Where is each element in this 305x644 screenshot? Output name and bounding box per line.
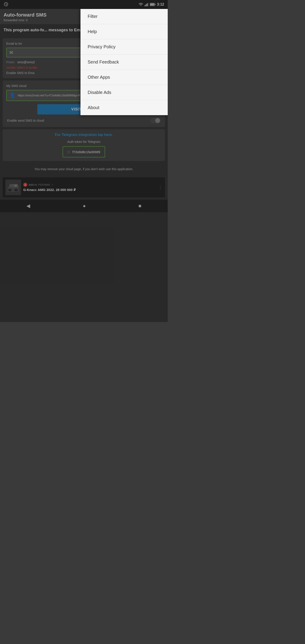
dropdown-menu: FilterHelpPrivacy PolicySend FeedbackOth… bbox=[80, 9, 168, 115]
dropdown-item-other-apps[interactable]: Other Apps bbox=[80, 70, 168, 85]
dropdown-item-disable-ads[interactable]: Disable Ads bbox=[80, 85, 168, 100]
dropdown-item-privacy-policy[interactable]: Privacy Policy bbox=[80, 39, 168, 54]
dropdown-item-filter[interactable]: Filter bbox=[80, 9, 168, 24]
dropdown-item-help[interactable]: Help bbox=[80, 24, 168, 39]
dropdown-item-send-feedback[interactable]: Send Feedback bbox=[80, 54, 168, 70]
dropdown-item-about[interactable]: About bbox=[80, 100, 168, 115]
